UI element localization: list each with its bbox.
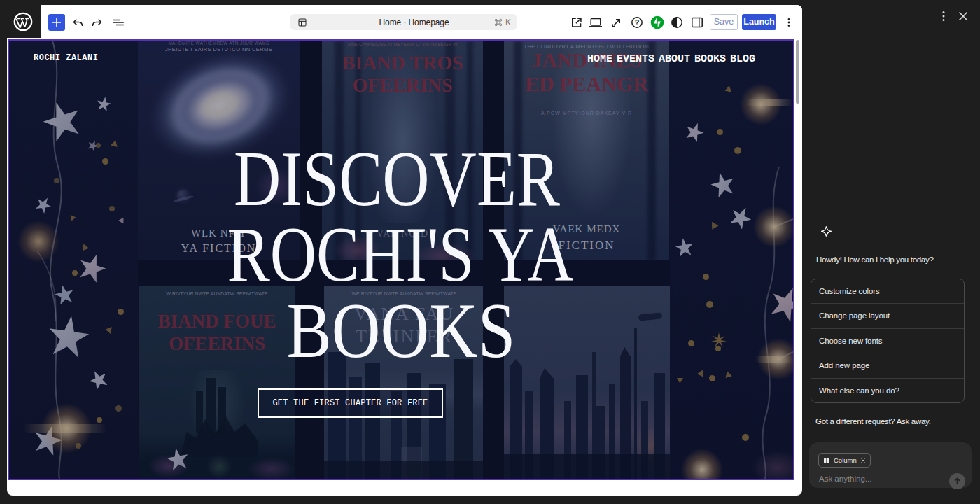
svg-text:DISCOVER: DISCOVER bbox=[234, 135, 560, 222]
svg-text:?: ? bbox=[635, 18, 640, 27]
svg-text:ROCHI'S YA: ROCHI'S YA bbox=[227, 211, 574, 298]
svg-text:BOOKS: BOOKS bbox=[287, 287, 516, 374]
